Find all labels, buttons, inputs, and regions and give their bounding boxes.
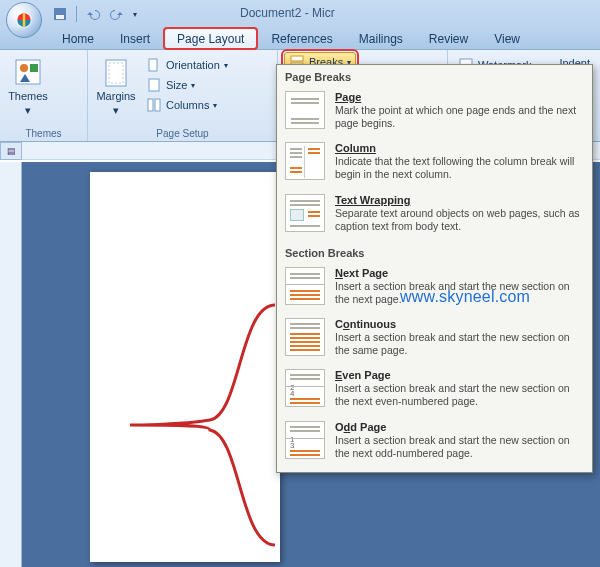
margins-icon: [100, 56, 132, 88]
office-logo-icon: [14, 10, 34, 30]
chevron-down-icon: ▾: [25, 104, 31, 117]
themes-label: Themes: [8, 90, 48, 102]
separator: [76, 6, 77, 22]
breaks-item-even-page[interactable]: 2 4 Even Page Insert a section break and…: [277, 365, 592, 416]
tab-insert[interactable]: Insert: [108, 29, 162, 49]
document-page[interactable]: [90, 172, 280, 562]
window-title: Document2 - Micr: [240, 6, 335, 20]
tab-review[interactable]: Review: [417, 29, 480, 49]
margins-label: Margins: [96, 90, 135, 102]
breaks-item-odd-page[interactable]: 1 3 Odd Page Insert a section break and …: [277, 417, 592, 468]
chevron-down-icon: ▾: [113, 104, 119, 117]
item-desc: Insert a section break and start the new…: [335, 331, 584, 357]
office-button[interactable]: [6, 2, 42, 38]
columns-button[interactable]: Columns▾: [142, 96, 232, 114]
item-desc: Indicate that the text following the col…: [335, 155, 584, 181]
breaks-item-page[interactable]: Page Mark the point at which one page en…: [277, 87, 592, 138]
group-label-themes: Themes: [6, 126, 81, 141]
breaks-item-continuous[interactable]: Continuous Insert a section break and st…: [277, 314, 592, 365]
orientation-label: Orientation: [166, 59, 220, 71]
item-title: Continuous: [335, 318, 584, 330]
page-breaks-header: Page Breaks: [277, 65, 592, 87]
tab-page-layout[interactable]: Page Layout: [164, 28, 257, 49]
save-icon[interactable]: [52, 6, 68, 22]
qat-customize-icon[interactable]: ▾: [133, 10, 137, 19]
svg-rect-17: [291, 56, 303, 61]
title-bar: ▾ Document2 - Micr: [0, 0, 600, 28]
svg-rect-13: [149, 59, 157, 71]
annotation-watermark-url: www.skyneel.com: [400, 288, 530, 306]
text-wrapping-break-icon: [285, 194, 325, 232]
undo-icon[interactable]: [85, 6, 101, 22]
item-title: Next Page: [335, 267, 584, 279]
size-button[interactable]: Size▾: [142, 76, 232, 94]
odd-page-break-icon: 1 3: [285, 421, 325, 459]
tab-home[interactable]: Home: [50, 29, 106, 49]
redo-icon[interactable]: [109, 6, 125, 22]
svg-rect-2: [56, 15, 64, 19]
ruler-corner-icon[interactable]: ▤: [0, 142, 22, 160]
tab-view[interactable]: View: [482, 29, 532, 49]
item-desc: Insert a section break and start the new…: [335, 434, 584, 460]
item-desc: Insert a section break and start the new…: [335, 382, 584, 408]
themes-button[interactable]: Themes ▾: [6, 54, 50, 126]
group-page-setup: Margins ▾ Orientation▾ Size▾ Columns▾ Pa…: [88, 50, 278, 141]
themes-icon: [12, 56, 44, 88]
margins-button[interactable]: Margins ▾: [94, 54, 138, 126]
page-break-icon: [285, 91, 325, 129]
item-title: Page: [335, 91, 361, 103]
group-label-page-setup: Page Setup: [94, 126, 271, 141]
continuous-break-icon: [285, 318, 325, 356]
svg-point-4: [20, 64, 28, 72]
vertical-ruler: [0, 162, 22, 567]
item-title: Text Wrapping: [335, 194, 410, 206]
item-title: Odd Page: [335, 421, 584, 433]
breaks-item-text-wrapping[interactable]: Text Wrapping Separate text around objec…: [277, 190, 592, 241]
breaks-item-column[interactable]: Column Indicate that the text following …: [277, 138, 592, 189]
section-breaks-header: Section Breaks: [277, 241, 592, 263]
svg-rect-5: [30, 64, 38, 72]
tab-mailings[interactable]: Mailings: [347, 29, 415, 49]
item-title: Column: [335, 142, 376, 154]
item-title: Even Page: [335, 369, 584, 381]
group-themes: Themes ▾ A Themes: [0, 50, 88, 141]
item-desc: Mark the point at which one page ends an…: [335, 104, 584, 130]
column-break-icon: [285, 142, 325, 180]
quick-access-toolbar: ▾: [52, 6, 137, 22]
item-desc: Separate text around objects on web page…: [335, 207, 584, 233]
ribbon-tabs: Home Insert Page Layout References Maili…: [0, 28, 600, 50]
even-page-break-icon: 2 4: [285, 369, 325, 407]
next-page-break-icon: [285, 267, 325, 305]
columns-label: Columns: [166, 99, 209, 111]
tab-references[interactable]: References: [259, 29, 344, 49]
orientation-icon: [146, 57, 162, 73]
breaks-dropdown: Page Breaks Page Mark the point at which…: [276, 64, 593, 473]
svg-rect-15: [148, 99, 153, 111]
size-icon: [146, 77, 162, 93]
columns-icon: [146, 97, 162, 113]
svg-rect-14: [149, 79, 159, 91]
orientation-button[interactable]: Orientation▾: [142, 56, 232, 74]
svg-rect-16: [155, 99, 160, 111]
size-label: Size: [166, 79, 187, 91]
